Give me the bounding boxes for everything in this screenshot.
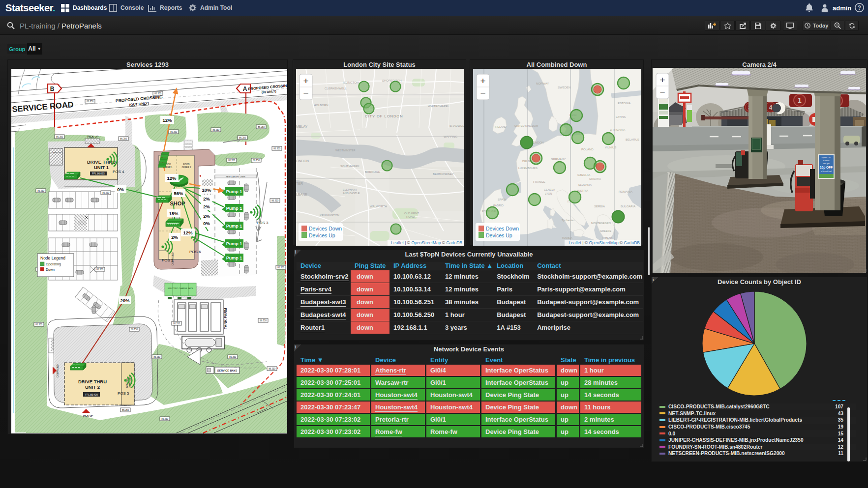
svg-text:a litre of fuel: a litre of fuel: [821, 170, 832, 172]
svg-text:UNIT 1: UNIT 1: [94, 165, 109, 170]
svg-text:12%: 12%: [183, 230, 193, 235]
svg-text:ONDON: ONDON: [296, 159, 309, 163]
svg-text:2%: 2%: [203, 196, 210, 201]
svg-text:Down: Down: [46, 268, 55, 271]
svg-text:2%: 2%: [171, 234, 178, 240]
svg-text:SHADWELL: SHADWELL: [449, 124, 464, 127]
svg-text:TUNISIA: TUNISIA: [562, 236, 572, 239]
svg-text:TANK FARM: TANK FARM: [223, 308, 228, 329]
svg-text:Devices Down: Devices Down: [486, 226, 519, 231]
svg-text:ROMANIA: ROMANIA: [619, 190, 632, 193]
svg-text:A: A: [243, 86, 247, 92]
svg-text:SWEDEN: SWEDEN: [558, 86, 570, 89]
svg-text:GENEVA: GENEVA: [544, 188, 555, 191]
svg-text:LUXEMBOURG: LUXEMBOURG: [518, 167, 538, 170]
svg-text:Devices Up: Devices Up: [486, 232, 512, 238]
svg-text:in store: in store: [823, 159, 830, 162]
svg-text:WALWORTH: WALWORTH: [370, 205, 387, 208]
svg-text:2%: 2%: [203, 213, 210, 219]
svg-text:GREECE: GREECE: [600, 230, 612, 232]
svg-text:4: 4: [769, 104, 773, 111]
svg-text:ROAD: ROAD: [406, 215, 415, 218]
svg-text:TER: TER: [296, 182, 303, 185]
svg-text:LEANE: LEANE: [296, 193, 307, 196]
svg-text:0%: 0%: [203, 221, 210, 226]
svg-text:−: −: [659, 87, 665, 97]
svg-text:10%: 10%: [202, 187, 211, 193]
svg-text:NEW CANOPY OVER: NEW CANOPY OVER: [226, 175, 245, 178]
svg-text:WAPPING: WAPPING: [444, 135, 457, 138]
svg-text:UNIT 2: UNIT 2: [85, 384, 100, 390]
svg-text:−: −: [303, 88, 308, 98]
svg-text:SHOREDITCH: SHOREDITCH: [382, 79, 402, 82]
svg-text:MONTENEGRO: MONTENEGRO: [591, 222, 611, 225]
svg-text:GERMANY: GERMANY: [551, 158, 566, 161]
svg-text:LYON: LYON: [545, 192, 552, 195]
svg-text:POS 3: POS 3: [257, 221, 269, 225]
svg-text:SPAIN: SPAIN: [498, 198, 507, 201]
svg-text:WHITECHAPEL: WHITECHAPEL: [428, 105, 449, 108]
svg-text:UNITED KINGDOM: UNITED KINGDOM: [514, 124, 539, 127]
svg-text:+: +: [659, 75, 665, 85]
svg-text:MBLAY: MBLAY: [296, 125, 308, 128]
svg-text:PICK UP: PICK UP: [88, 135, 99, 138]
svg-text:CZECHIA: CZECHIA: [577, 173, 590, 176]
svg-text:+: +: [480, 76, 485, 86]
svg-text:WESTMINSTER: WESTMINSTER: [335, 149, 356, 152]
svg-text:DRIVE THRU: DRIVE THRU: [78, 379, 107, 384]
svg-text:HOLBORN: HOLBORN: [314, 104, 329, 107]
svg-text:KENNINGTON: KENNINGTON: [320, 214, 339, 217]
svg-text:BULGARIA: BULGARIA: [621, 205, 635, 208]
svg-text:Node Legend: Node Legend: [40, 256, 65, 260]
svg-text:BELARUS: BELARUS: [626, 138, 639, 141]
svg-text:IRELAND: IRELAND: [495, 125, 507, 128]
svg-text:12%: 12%: [167, 175, 177, 181]
svg-text:BOROUGH: BOROUGH: [365, 171, 380, 173]
svg-text:SOUTHWARK: SOUTHWARK: [340, 165, 359, 168]
svg-text:?: ?: [858, 4, 861, 11]
svg-text:OFFER 2: OFFER 2: [181, 166, 191, 169]
svg-text:SLOVAKIA: SLOVAKIA: [578, 183, 592, 186]
svg-text:ESTONIA: ESTONIA: [618, 102, 630, 105]
svg-text:Operating: Operating: [46, 262, 61, 266]
svg-text:+: +: [303, 76, 308, 86]
svg-text:18%: 18%: [169, 211, 179, 216]
svg-text:NORWAY: NORWAY: [536, 82, 549, 85]
svg-text:−: −: [480, 88, 485, 98]
svg-text:FFL 85.400: FFL 85.400: [85, 393, 98, 396]
svg-text:CLERKENWELL: CLERKENWELL: [325, 87, 347, 90]
svg-text:COMPOUND: COMPOUND: [51, 151, 62, 154]
svg-text:Spend £40: Spend £40: [821, 156, 831, 159]
svg-text:POS 4: POS 4: [113, 170, 124, 174]
svg-text:Tyrrhenian: Tyrrhenian: [562, 219, 574, 222]
svg-text:BERMONDSEY: BERMONDSEY: [433, 172, 454, 175]
svg-text:20%: 20%: [120, 298, 130, 303]
svg-text:ELECTRIC CHARGE BAYS: ELECTRIC CHARGE BAYS: [168, 287, 193, 289]
svg-text:Leaflet | © OpenStreetMap © Ca: Leaflet | © OpenStreetMap © CartoDB: [391, 240, 462, 245]
svg-text:COMPOUND: COMPOUND: [57, 364, 59, 377]
svg-text:AND CASTLE: AND CASTLE: [343, 192, 360, 195]
svg-text:OLD KENT: OLD KENT: [404, 212, 419, 215]
svg-text:and get: and get: [823, 162, 830, 165]
svg-text:CITY OF LONDON: CITY OF LONDON: [365, 114, 403, 118]
svg-text:ISLINGTON: ISLINGTON: [343, 81, 359, 84]
svg-text:POS 2: POS 2: [162, 258, 174, 262]
svg-text:SERBIA: SERBIA: [594, 205, 605, 208]
svg-text:Devices Up: Devices Up: [309, 232, 335, 238]
svg-text:12%: 12%: [162, 117, 172, 123]
svg-text:LATVIA: LATVIA: [616, 115, 626, 118]
svg-text:ELEPHANT: ELEPHANT: [343, 188, 358, 191]
svg-text:LITHUANIA: LITHUANIA: [610, 128, 625, 131]
svg-text:MADRID: MADRID: [493, 204, 504, 207]
svg-text:FRANCE: FRANCE: [533, 180, 545, 183]
svg-text:0%: 0%: [117, 187, 124, 192]
svg-text:B: B: [50, 86, 55, 92]
svg-text:FOOD: FOOD: [183, 163, 190, 166]
svg-text:ATHENS: ATHENS: [602, 236, 613, 239]
svg-text:56%: 56%: [174, 191, 183, 196]
svg-text:POLAND: POLAND: [581, 148, 594, 151]
svg-text:CROATIA: CROATIA: [589, 177, 601, 180]
svg-text:VILNIUS: VILNIUS: [605, 146, 616, 149]
svg-text:PICK UP: PICK UP: [83, 414, 93, 417]
svg-text:POS 5: POS 5: [118, 391, 129, 396]
